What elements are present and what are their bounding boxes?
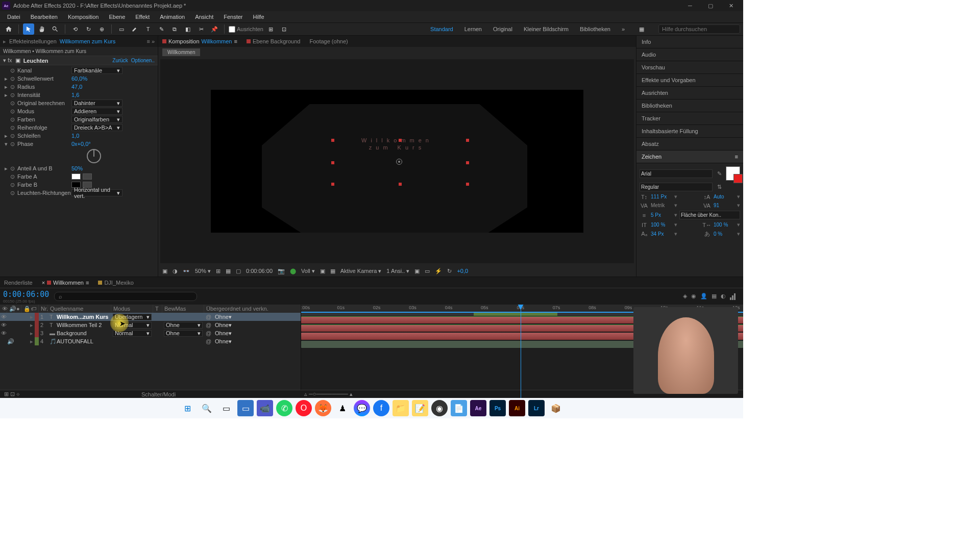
selection-handle[interactable]	[399, 183, 402, 186]
trackmatte-dropdown[interactable]: Ohne▾	[162, 329, 204, 337]
firefox-icon[interactable]: 🦊	[315, 400, 331, 416]
motionblur-icon[interactable]: ◐	[721, 293, 726, 300]
layer-name[interactable]: AUTOUNFALL	[55, 337, 111, 345]
help-search[interactable]	[658, 24, 740, 34]
pickwhip-icon[interactable]: @	[204, 313, 213, 321]
font-style-dropdown[interactable]: Regular	[640, 183, 713, 191]
comp-canvas[interactable]: Willkommen zum Kurs	[211, 90, 583, 233]
pickwhip-icon[interactable]: @	[204, 337, 213, 345]
pen-tool[interactable]	[129, 23, 140, 35]
renderqueue-tab[interactable]: Renderliste	[4, 280, 33, 286]
selection-handle[interactable]	[466, 139, 469, 142]
fast-preview-icon[interactable]: ⚡	[435, 268, 442, 274]
graph-editor-icon[interactable]	[730, 293, 737, 300]
app-icon[interactable]: ♟	[334, 400, 351, 416]
shy-icon[interactable]: 👤	[700, 293, 707, 300]
richtungen-dropdown[interactable]: Horizontal und vert.▾	[71, 189, 122, 196]
frameblend-icon[interactable]: ▦	[712, 293, 717, 300]
phase-value[interactable]: 0x+0,0°	[71, 141, 91, 147]
menu-bearbeiten[interactable]: Bearbeiten	[26, 13, 63, 21]
schleifen-value[interactable]: 1,0	[71, 133, 79, 139]
speaker-col-icon[interactable]: 🔊	[7, 305, 14, 313]
eraser-tool[interactable]: ◧	[182, 23, 193, 35]
alpha-toggle-icon[interactable]: ◑	[173, 268, 178, 274]
fx-toggle-icon[interactable]: ▾ fx	[3, 57, 12, 64]
trackmatte-dropdown[interactable]: Ohne▾	[162, 321, 204, 329]
grid-toggle-icon[interactable]: ▦	[226, 268, 231, 274]
panel-ausrichten[interactable]: Ausrichten	[636, 87, 743, 99]
roi-icon[interactable]: ▣	[320, 268, 325, 274]
footage-tab[interactable]: Footage (ohne)	[309, 38, 348, 44]
mask-toggle-icon[interactable]: ▣	[162, 268, 167, 274]
stopwatch-icon[interactable]: ⊙	[9, 165, 15, 171]
phase-dial[interactable]	[87, 149, 101, 163]
aftereffects-icon[interactable]: Ae	[470, 400, 486, 416]
panel-bibliotheken[interactable]: Bibliotheken	[636, 99, 743, 112]
twirl-icon[interactable]: ▸	[29, 329, 35, 337]
teams-icon[interactable]: 📹	[257, 400, 273, 416]
text-tool[interactable]: T	[142, 23, 154, 35]
fill-color-swatch[interactable]	[726, 166, 740, 181]
audio-toggle[interactable]	[7, 313, 14, 321]
rotate-tool[interactable]: ↻	[83, 23, 94, 35]
menu-hilfe[interactable]: Hilfe	[248, 13, 270, 21]
stroke-value[interactable]: 5 Px	[651, 212, 672, 218]
current-time[interactable]: 0:00:06:00	[246, 268, 273, 274]
flow-chip[interactable]: Willkommen	[162, 49, 632, 55]
minimize-button[interactable]: ─	[680, 0, 700, 11]
stopwatch-icon[interactable]: ⊙	[9, 76, 15, 82]
label-color[interactable]	[35, 337, 39, 345]
obs-icon[interactable]: ◉	[431, 400, 448, 416]
folder-icon[interactable]: 📁	[393, 400, 409, 416]
refresh-icon[interactable]: ↻	[447, 268, 452, 274]
snapshot-icon[interactable]: 📷	[278, 268, 285, 274]
workspace-more[interactable]: »	[622, 26, 625, 32]
selection-handle[interactable]	[331, 139, 334, 142]
blend-mode-dropdown[interactable]: Normal▾	[111, 321, 153, 329]
twirl-icon[interactable]: ▸	[3, 76, 9, 82]
draft3d-icon[interactable]: ◉	[691, 293, 696, 300]
exposure-value[interactable]: +0,0	[457, 268, 468, 274]
stroke-color-swatch[interactable]	[733, 174, 743, 183]
orbit-tool[interactable]: ⟲	[69, 23, 81, 35]
parent-dropdown[interactable]: Ohne▾	[213, 313, 250, 321]
visibility-toggle[interactable]: 👁	[0, 321, 7, 329]
switches-modes-toggle[interactable]: Schalter/Modi	[141, 391, 176, 397]
project-tab-icon[interactable]: ▸	[3, 38, 6, 45]
selection-handle[interactable]	[466, 183, 469, 186]
label-color[interactable]	[35, 321, 39, 329]
selection-handle[interactable]	[399, 139, 402, 142]
tsume-value[interactable]: 0 %	[714, 231, 735, 237]
workspace-standard[interactable]: Standard	[430, 26, 453, 32]
tracking-value[interactable]: 91	[714, 203, 735, 208]
selection-handle[interactable]	[331, 183, 334, 186]
grid-layout-icon[interactable]: ⊞	[216, 268, 220, 274]
roto-tool[interactable]: ✂	[195, 23, 207, 35]
twirl-icon[interactable]: ▸	[29, 313, 35, 321]
twirl-icon[interactable]: ▸	[3, 165, 9, 172]
visibility-toggle[interactable]: 👁	[0, 329, 7, 337]
panel-vorschau[interactable]: Vorschau	[636, 61, 743, 74]
twirl-icon[interactable]: ▸	[3, 133, 9, 139]
twirl-icon[interactable]: ▸	[3, 84, 9, 90]
stroke-opt-dropdown[interactable]: Fläche über Kon..	[679, 211, 740, 219]
close-button[interactable]: ✕	[721, 0, 741, 11]
baseline-value[interactable]: 34 Px	[651, 231, 672, 237]
panel-info[interactable]: Info	[636, 36, 743, 48]
effect-options[interactable]: Optionen..	[131, 58, 155, 63]
font-size-value[interactable]: 111 Px	[651, 194, 672, 199]
workspace-lernen[interactable]: Lernen	[464, 26, 482, 32]
blend-mode-dropdown[interactable]: Überlagern▾	[111, 313, 153, 321]
panel-contentfill[interactable]: Inhaltsbasierte Füllung	[636, 125, 743, 138]
layer-name[interactable]: Willkom...zum Kurs	[55, 313, 111, 321]
visibility-toggle[interactable]	[0, 337, 7, 345]
panel-menu-icon[interactable]: ≡ »	[146, 38, 155, 44]
stopwatch-icon[interactable]: ⊙	[9, 67, 15, 73]
effect-reset[interactable]: Zurück	[112, 58, 128, 63]
vscale-value[interactable]: 100 %	[651, 222, 672, 228]
visibility-toggle[interactable]: 👁	[0, 313, 7, 321]
parent-dropdown[interactable]: Ohne▾	[213, 329, 250, 337]
pickwhip-icon[interactable]: @	[204, 329, 213, 337]
safe-zone-icon[interactable]: ▢	[236, 268, 241, 274]
panel-effekte[interactable]: Effekte und Vorgaben	[636, 74, 743, 87]
